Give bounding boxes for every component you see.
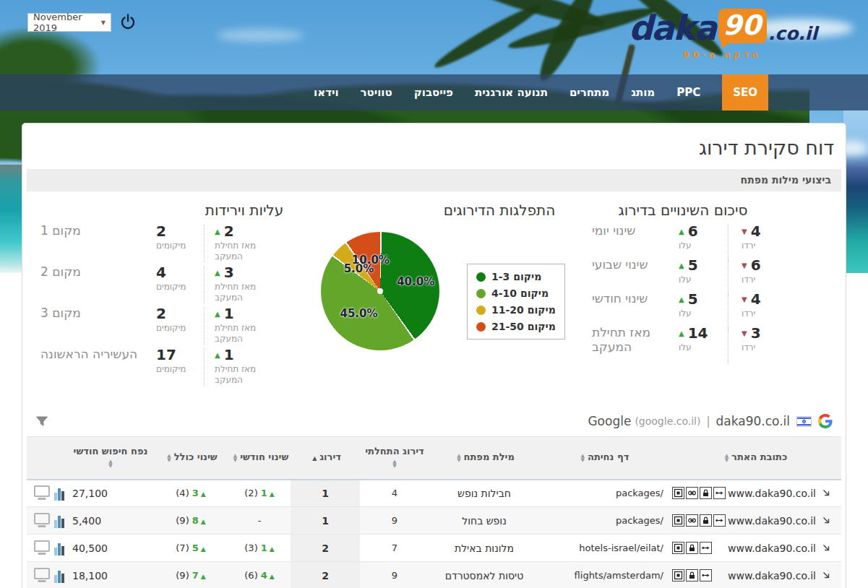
desktop-icon[interactable] xyxy=(34,540,50,552)
google-logo-icon[interactable] xyxy=(818,414,833,428)
frame-icon[interactable] xyxy=(672,569,684,581)
redirect-icon[interactable] xyxy=(700,569,712,581)
col-header-landing-page[interactable]: דף נחיתה xyxy=(539,437,668,480)
col-header-site-url[interactable]: כתובת האתר xyxy=(668,437,841,480)
arrow-down-icon xyxy=(742,295,747,303)
up-value: 5 xyxy=(688,291,698,307)
sort-icon xyxy=(392,459,396,468)
legend-item-4-10[interactable]: מיקום 4-10 xyxy=(476,287,556,299)
filter-funnel-icon xyxy=(35,415,48,428)
initial-rank: 7 xyxy=(360,535,429,562)
down-caption: ירדו xyxy=(742,308,799,319)
link-icon[interactable] xyxy=(686,514,698,527)
lock-icon[interactable] xyxy=(700,514,712,527)
landing-page[interactable]: packages/ xyxy=(539,480,668,507)
col-header-rank[interactable]: דירוג xyxy=(291,437,360,480)
nav-tab-organic-traffic[interactable]: תנועה אורגנית xyxy=(475,86,548,99)
up-caption: עלו xyxy=(679,241,728,251)
chart-icon[interactable] xyxy=(54,570,64,583)
dotted-divider xyxy=(204,225,205,262)
logo-tagline: הדקה ה-90 xyxy=(629,49,817,60)
arrow-down-icon xyxy=(742,329,747,337)
col-header-search-volume[interactable]: נפח חיפוש חודשי xyxy=(68,437,153,480)
lock-icon[interactable] xyxy=(686,542,698,554)
site-url[interactable]: www.daka90.co.il xyxy=(728,488,816,499)
dotted-divider xyxy=(728,293,729,330)
legend-item-11-20[interactable]: מיקום 11-20 xyxy=(476,304,556,316)
nav-tab-ppc[interactable]: PPC xyxy=(676,86,700,99)
up-caption: עלו xyxy=(679,308,728,319)
month-select[interactable]: November 2019 ▼ xyxy=(27,13,111,32)
ups-row-place-3: מקום 3 2מיקומים 1מאז תחילת המעקב xyxy=(33,306,315,347)
filter-button[interactable] xyxy=(35,415,48,428)
nav-tab-video[interactable]: וידאו xyxy=(314,86,338,99)
down-value: 3 xyxy=(751,325,761,341)
nav-tab-brand[interactable]: מותג xyxy=(631,86,655,99)
chart-icon[interactable] xyxy=(54,488,64,501)
logo-name: daka xyxy=(629,11,716,45)
site-url[interactable]: www.daka90.co.il xyxy=(728,542,816,554)
row-label: שינוי שבועי xyxy=(566,257,679,272)
landing-page[interactable]: hotels-israel/eilat/ xyxy=(539,535,668,562)
separator: | xyxy=(706,415,710,428)
summary-panels: עליות וירידות התפלגות הדירוגים סיכום השי… xyxy=(22,191,846,406)
count-caption: מיקומים xyxy=(156,241,204,251)
legend-item-1-3[interactable]: מיקום 1-3 xyxy=(476,271,556,282)
redirect-icon[interactable] xyxy=(700,542,712,554)
logo-tld: .co.il xyxy=(768,25,817,43)
frame-icon[interactable] xyxy=(672,514,684,527)
count-value: 2 xyxy=(156,223,204,239)
desktop-icon[interactable] xyxy=(34,568,50,579)
col-header-keyword[interactable]: מילת מפתח xyxy=(429,437,539,480)
arrow-up-icon xyxy=(215,228,220,235)
external-link-icon[interactable] xyxy=(822,543,831,553)
desktop-icon[interactable] xyxy=(34,513,50,524)
frame-icon[interactable] xyxy=(672,542,684,554)
chart-icon[interactable] xyxy=(54,542,64,555)
site-url[interactable]: www.daka90.co.il xyxy=(728,515,816,527)
sea-left-shape xyxy=(0,165,25,273)
lock-icon[interactable] xyxy=(700,487,712,499)
rank: 1 xyxy=(291,480,360,507)
table-row: www.daka90.co.il packages/ נופש בחול 9 1… xyxy=(27,507,841,535)
chevron-down-icon: ▼ xyxy=(101,20,106,26)
row-label: שינוי יומי xyxy=(566,223,679,238)
change-value: 3 xyxy=(224,264,234,280)
total-change: (9)8 xyxy=(153,507,228,535)
external-link-icon[interactable] xyxy=(822,488,831,498)
external-link-icon[interactable] xyxy=(822,571,831,580)
keywords-table: כתובת האתר דף נחיתה מילת מפתח דירוג התחל… xyxy=(27,436,841,588)
col-header-initial-rank[interactable]: דירוג התחלתי xyxy=(360,437,429,480)
nav-tab-facebook[interactable]: פייסבוק xyxy=(414,86,453,99)
dotted-divider xyxy=(204,307,205,345)
external-link-icon[interactable] xyxy=(822,516,831,525)
arrow-up-icon xyxy=(215,269,220,277)
summary-row-monthly: שינוי חודשי 5עלו 4ירדו xyxy=(566,291,841,325)
landing-page[interactable]: packages/ xyxy=(539,507,668,535)
desktop-icon[interactable] xyxy=(34,485,50,497)
search-source: Google (google.co.il) | daka90.co.il xyxy=(588,414,833,428)
col-header-monthly-change[interactable]: שינוי חודשי xyxy=(228,437,291,480)
power-button[interactable] xyxy=(120,13,137,32)
rank: 2 xyxy=(291,562,360,588)
redirect-icon[interactable] xyxy=(713,487,726,499)
row-label: מקום 1 xyxy=(33,223,156,238)
legend-item-21-50[interactable]: מיקום 21-50 xyxy=(476,321,556,332)
chart-icon[interactable] xyxy=(54,515,64,528)
site-url[interactable]: www.daka90.co.il xyxy=(728,570,816,581)
dotted-divider xyxy=(204,348,205,386)
initial-rank: 4 xyxy=(360,480,429,507)
nav-tab-twitter[interactable]: טוויטר xyxy=(361,86,392,99)
nav-tab-seo[interactable]: SEO xyxy=(722,74,768,111)
frame-icon[interactable] xyxy=(672,487,684,499)
lock-icon[interactable] xyxy=(686,569,698,581)
arrow-up-icon xyxy=(201,573,206,580)
arrow-down-icon xyxy=(742,261,747,269)
report-card: דוח סקירת דירוג ביצועי מילות מפתח עליות … xyxy=(22,123,846,588)
change-caption: מאז תחילת המעקב xyxy=(215,364,272,386)
landing-page[interactable]: flights/amsterdam/ xyxy=(539,562,668,588)
link-icon[interactable] xyxy=(686,487,698,499)
redirect-icon[interactable] xyxy=(713,514,726,527)
nav-tab-competitors[interactable]: מתחרים xyxy=(570,86,609,99)
col-header-total-change[interactable]: שינוי כולל xyxy=(153,437,228,480)
